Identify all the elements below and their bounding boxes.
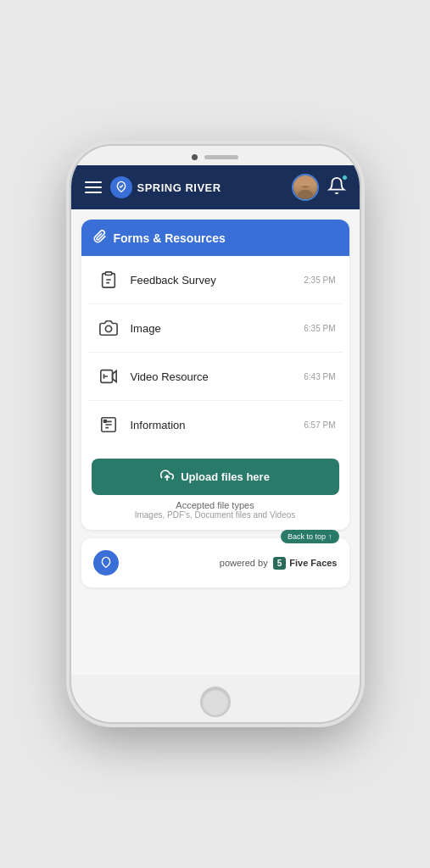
item-label: Feedback Survey (131, 274, 304, 287)
app-title: SPRING RIVER (137, 181, 221, 194)
svg-point-4 (105, 326, 111, 331)
five-badge: 5 (273, 557, 287, 570)
accepted-types-info: Accepted file types Images, PDF's, Docum… (135, 500, 296, 520)
logo-icon (110, 176, 132, 198)
upload-icon (160, 469, 174, 485)
list-item[interactable]: Video Resource 6:43 PM (88, 353, 343, 401)
five-faces-label: Five Faces (289, 558, 337, 568)
powered-by-label: powered by (220, 558, 268, 568)
logo-area: SPRING RIVER (110, 176, 221, 198)
back-to-top-button[interactable]: Back to top ↑ (281, 530, 339, 543)
list-item[interactable]: Information 6:57 PM (88, 401, 343, 448)
phone-screen: SPRING RIVER (71, 165, 360, 675)
earpiece-speaker (204, 155, 238, 159)
accepted-types-title: Accepted file types (135, 500, 296, 510)
item-label: Video Resource (131, 370, 304, 383)
avatar-image (293, 175, 317, 199)
upload-section: Upload files here Accepted file types Im… (81, 448, 349, 530)
back-to-top-label: Back to top (288, 532, 326, 541)
item-time: 6:35 PM (304, 324, 335, 333)
list-item[interactable]: Image 6:35 PM (88, 304, 343, 353)
clipboard-icon (95, 266, 122, 293)
svg-point-1 (298, 190, 313, 200)
item-label: Image (131, 322, 304, 335)
item-time: 6:57 PM (304, 420, 335, 430)
notification-dot (342, 175, 348, 181)
footer-card: Back to top ↑ powered by 5 Five Faces (81, 538, 349, 587)
footer-logo-icon (93, 550, 119, 576)
notifications-button[interactable] (327, 176, 346, 199)
front-camera (192, 154, 198, 160)
hamburger-menu-button[interactable] (85, 181, 102, 193)
home-button[interactable] (200, 687, 231, 717)
info-icon (95, 411, 122, 438)
accepted-types-detail: Images, PDF's, Document files and Videos (135, 510, 296, 520)
svg-rect-13 (103, 420, 106, 423)
video-icon (95, 363, 122, 390)
app-header: SPRING RIVER (71, 165, 360, 209)
arrow-up-icon: ↑ (328, 532, 332, 541)
forms-resources-card: Forms & Resources Feedback Survey (81, 220, 349, 530)
svg-rect-3 (105, 272, 111, 275)
upload-button-label: Upload files here (181, 470, 270, 483)
item-time: 2:35 PM (304, 275, 335, 285)
header-right (292, 174, 346, 201)
paperclip-icon (93, 230, 107, 246)
list-item[interactable]: Feedback Survey 2:35 PM (88, 256, 343, 304)
phone-top-bar (71, 146, 360, 165)
item-label: Information (131, 419, 304, 431)
user-avatar[interactable] (292, 174, 319, 201)
resource-list: Feedback Survey 2:35 PM Image 6:35 PM (81, 256, 349, 448)
upload-button[interactable]: Upload files here (92, 459, 339, 495)
card-title: Forms & Resources (114, 231, 226, 245)
header-left: SPRING RIVER (85, 176, 221, 198)
phone-bottom-bar (71, 675, 360, 722)
app-content: Forms & Resources Feedback Survey (71, 209, 360, 675)
five-faces-badge: 5 Five Faces (273, 557, 338, 570)
camera-icon (95, 314, 122, 342)
powered-by-section: powered by 5 Five Faces (220, 557, 338, 570)
card-header: Forms & Resources (81, 220, 349, 256)
item-time: 6:43 PM (304, 372, 335, 381)
phone-shell: SPRING RIVER (71, 146, 360, 722)
